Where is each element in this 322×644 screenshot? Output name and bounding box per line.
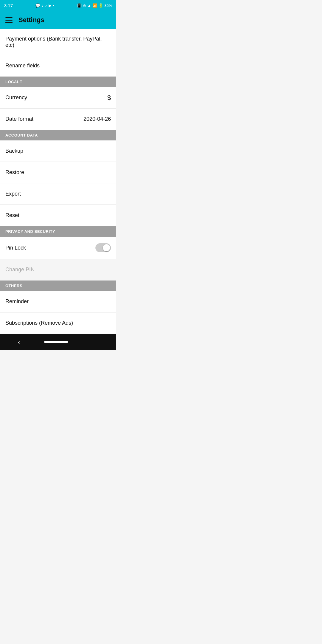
hamburger-line-2 <box>5 20 13 21</box>
setting-item-export[interactable]: Export <box>0 183 116 205</box>
hamburger-line-3 <box>5 22 13 23</box>
vibrate-icon: 📳 <box>77 3 82 8</box>
toggle-thumb <box>103 244 110 251</box>
status-icons: 💬 ♪ ♪ ▶ • <box>35 3 55 8</box>
back-button[interactable]: ‹ <box>18 339 20 346</box>
setting-item-backup[interactable]: Backup <box>0 140 116 162</box>
setting-item-rename-fields[interactable]: Rename fields <box>0 55 116 77</box>
setting-item-pin-lock[interactable]: Pin Lock <box>0 237 116 259</box>
hamburger-line-1 <box>5 17 13 18</box>
section-header-others: OTHERS <box>0 281 116 291</box>
setting-item-restore[interactable]: Restore <box>0 162 116 183</box>
home-pill[interactable] <box>44 341 68 343</box>
setting-item-date-format[interactable]: Date format 2020-04-26 <box>0 109 116 130</box>
nav-bar: ‹ <box>0 334 116 350</box>
tiktok-icon1: ♪ <box>42 3 44 8</box>
status-bar: 3:17 💬 ♪ ♪ ▶ • 📳 ⊖ ▲ 📶 🔋 85% <box>0 0 116 11</box>
status-time: 3:17 <box>4 3 13 8</box>
settings-content: Payment options (Bank transfer, PayPal, … <box>0 29 116 334</box>
hamburger-menu-button[interactable] <box>5 17 13 23</box>
section-header-locale: LOCALE <box>0 77 116 87</box>
tiktok-icon2: ♪ <box>45 3 47 8</box>
setting-item-payment-options[interactable]: Payment options (Bank transfer, PayPal, … <box>0 29 116 55</box>
status-right: 📳 ⊖ ▲ 📶 🔋 85% <box>77 3 112 8</box>
wifi-icon: ▲ <box>87 3 91 8</box>
setting-item-subscriptions[interactable]: Subscriptions (Remove Ads) <box>0 312 116 334</box>
setting-item-reset[interactable]: Reset <box>0 205 116 226</box>
setting-item-currency[interactable]: Currency $ <box>0 87 116 109</box>
section-header-account-data: ACCOUNT DATA <box>0 130 116 140</box>
do-not-disturb-icon: ⊖ <box>83 3 86 8</box>
page-title: Settings <box>18 16 44 24</box>
settings-list: Payment options (Bank transfer, PayPal, … <box>0 29 116 334</box>
section-header-privacy-security: PRIVACY AND SECURITY <box>0 226 116 237</box>
setting-item-change-pin: Change PIN <box>0 259 116 281</box>
pin-lock-toggle[interactable] <box>95 243 111 252</box>
battery-icon: 🔋 <box>98 3 103 8</box>
battery-percent: 85% <box>104 3 112 8</box>
dot-icon: • <box>53 3 55 8</box>
whatsapp-icon: 💬 <box>35 3 40 8</box>
signal-icon: 📶 <box>92 3 97 8</box>
setting-item-reminder[interactable]: Reminder <box>0 291 116 312</box>
youtube-icon: ▶ <box>49 3 52 8</box>
app-bar: Settings <box>0 11 116 29</box>
